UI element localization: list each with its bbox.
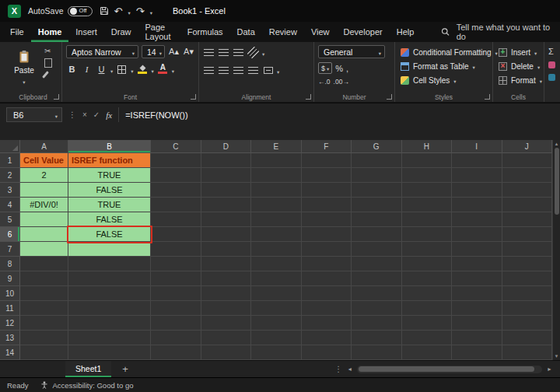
number-dialog-launcher[interactable] [387,94,392,100]
conditional-formatting-button[interactable]: Conditional Formatting [399,45,488,59]
cut-icon[interactable]: ✂ [44,47,51,55]
cell-J6[interactable] [502,227,553,242]
scroll-up-icon[interactable]: ▲ [555,142,559,146]
cell-G9[interactable] [352,271,402,286]
cell-I9[interactable] [452,271,502,286]
cell-C1[interactable] [151,153,201,168]
cell-C8[interactable] [151,257,201,271]
cell-I6[interactable] [452,227,502,242]
align-bottom-button[interactable] [233,46,244,58]
cell-I5[interactable] [452,212,502,227]
cell-E4[interactable] [251,198,302,212]
cell-C11[interactable] [151,301,201,316]
cell-C12[interactable] [151,316,201,331]
scroll-down-icon[interactable]: ▼ [555,354,559,359]
column-header-J[interactable]: J [502,140,553,153]
cell-B1[interactable]: ISREF function [68,153,151,168]
align-left-button[interactable] [203,64,215,76]
horizontal-scrollbar[interactable]: ⋮ ◄ ► [334,365,552,373]
sheet-tab-sheet1[interactable]: Sheet1 [65,361,111,377]
autosum-icon[interactable]: Σ [548,47,554,56]
format-button[interactable]: Format [497,73,540,87]
cell-I3[interactable] [452,183,502,198]
wrap-text-button[interactable] [247,64,259,76]
cell-F9[interactable] [302,271,352,286]
font-size-select[interactable]: 14 [142,45,165,58]
cell-A1[interactable]: Cell Value [20,153,68,168]
cell-D13[interactable] [201,331,252,345]
cell-H1[interactable] [402,153,453,168]
cell-E8[interactable] [251,257,302,271]
cell-C14[interactable] [151,345,201,360]
column-header-A[interactable]: A [20,140,68,153]
format-as-table-button[interactable]: Format as Table [399,59,488,73]
cell-A13[interactable] [20,331,68,345]
cell-G8[interactable] [352,257,402,271]
cell-F2[interactable] [302,168,352,183]
row-header-7[interactable]: 7 [0,242,20,257]
cell-A8[interactable] [20,257,68,271]
cell-G7[interactable] [352,242,402,257]
cell-D1[interactable] [201,153,252,168]
cell-F12[interactable] [302,316,352,331]
cell-D10[interactable] [201,286,252,301]
cell-D7[interactable] [201,242,252,257]
cell-A5[interactable] [20,212,68,227]
cell-I7[interactable] [452,242,502,257]
cell-H3[interactable] [402,183,453,198]
cell-E5[interactable] [251,212,302,227]
cell-A3[interactable] [20,183,68,198]
row-header-11[interactable]: 11 [0,301,20,316]
tab-formulas[interactable]: Formulas [180,22,230,42]
cell-J9[interactable] [502,271,553,286]
cell-B3[interactable]: FALSE [68,183,151,198]
cell-I12[interactable] [452,316,502,331]
redo-dropdown-icon[interactable] [150,5,152,17]
bold-button[interactable]: B [66,63,78,75]
cell-F5[interactable] [302,212,352,227]
cell-C4[interactable] [151,198,201,212]
undo-dropdown-icon[interactable] [128,5,130,17]
cell-D4[interactable] [201,198,252,212]
column-header-C[interactable]: C [151,140,201,153]
cell-C3[interactable] [151,183,201,198]
decrease-font-size-icon[interactable]: A▾ [183,46,194,58]
paste-button[interactable]: Paste [9,45,40,90]
cell-F3[interactable] [302,183,352,198]
cell-B11[interactable] [68,301,151,316]
cell-F1[interactable] [302,153,352,168]
delete-button[interactable]: Delete [497,59,540,73]
fill-color-dropdown-icon[interactable] [152,62,154,76]
scroll-right-icon[interactable]: ► [547,366,552,372]
scrollbar-resize-handle[interactable]: ⋮ [334,365,342,373]
merge-dropdown-icon[interactable] [277,63,279,77]
align-middle-button[interactable] [218,46,229,58]
redo-icon[interactable]: ↷ [136,5,145,17]
cell-J8[interactable] [502,257,553,271]
cell-H4[interactable] [402,198,453,212]
cell-F4[interactable] [302,198,352,212]
namebox-resize-handle[interactable]: ⋮ [68,107,76,122]
borders-dropdown-icon[interactable] [131,62,133,76]
cell-B2[interactable]: TRUE [68,168,151,183]
name-box[interactable]: B6 [6,107,62,122]
cell-B9[interactable] [68,271,151,286]
clipboard-dialog-launcher[interactable] [54,94,59,100]
row-header-9[interactable]: 9 [0,271,20,286]
tab-home[interactable]: Home [31,22,69,42]
autosave-control[interactable]: AutoSave Off [28,6,93,16]
cell-G3[interactable] [352,183,402,198]
cell-E12[interactable] [251,316,302,331]
cell-H7[interactable] [402,242,453,257]
tab-page-layout[interactable]: Page Layout [138,22,180,42]
cell-G11[interactable] [352,301,402,316]
column-header-E[interactable]: E [251,140,302,153]
cell-B13[interactable] [68,331,151,345]
row-header-1[interactable]: 1 [0,153,20,168]
decrease-decimal-icon[interactable]: .00→ [334,78,349,86]
cell-D12[interactable] [201,316,252,331]
underline-button[interactable]: U [96,63,107,75]
cell-J12[interactable] [502,316,553,331]
cell-I13[interactable] [452,331,502,345]
cell-F11[interactable] [302,301,352,316]
